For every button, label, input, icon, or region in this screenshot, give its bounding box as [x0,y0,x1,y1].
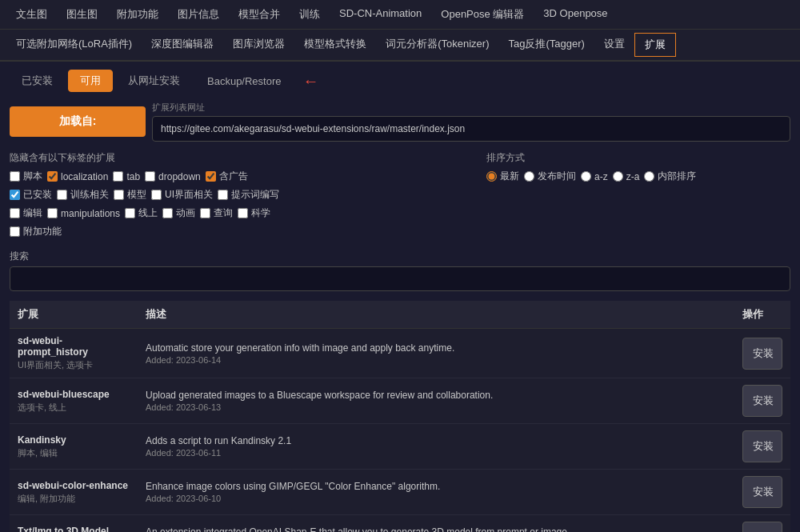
sort-internal[interactable]: 内部排序 [644,170,696,183]
nav-item-tokenizer[interactable]: 词元分析器(Tokenizer) [376,33,498,57]
nav-item-train[interactable]: 训练 [290,3,330,26]
sort-az-input[interactable] [581,171,591,182]
sort-pubdate[interactable]: 发布时间 [524,170,576,183]
tab-available[interactable]: 可用 [68,70,113,92]
cb-query-input[interactable] [200,208,210,218]
ext-name-4: Txt/Img to 3D Model [18,526,130,533]
sort-title: 排序方式 [486,151,790,165]
cb-query[interactable]: 查询 [200,206,233,220]
cb-script[interactable]: 脚本 [10,170,42,183]
ext-name-3: sd-webui-color-enhance [18,480,130,491]
cell-action-1: 安装 [734,378,790,424]
cb-script-input[interactable] [10,171,20,182]
cb-animation[interactable]: 动画 [162,206,195,220]
cb-model[interactable]: 模型 [114,188,146,202]
cb-science-input[interactable] [238,208,248,218]
nav-item-depth[interactable]: 深度图编辑器 [142,33,223,57]
sort-newest-input[interactable] [486,171,497,182]
nav-item-img2img[interactable]: 图生图 [57,3,107,26]
table-row: sd-webui-color-enhance 编辑, 附加功能 Enhance … [10,470,790,515]
url-label: 扩展列表网址 [152,102,790,114]
cb-animation-input[interactable] [162,208,173,218]
cb-tab[interactable]: tab [113,171,140,182]
cb-ads-input[interactable] [206,171,216,182]
cb-installed-input[interactable] [10,190,20,200]
cell-desc-4: An extension integrated OpenAI Shap-E th… [138,515,734,533]
nav-item-openpose[interactable]: OpenPose 编辑器 [431,3,534,26]
search-input[interactable] [10,266,790,291]
col-description: 描述 [138,301,734,329]
install-btn-3[interactable]: 安装 [742,476,782,508]
cell-desc-2: Adds a script to run Kandinsky 2.1 Added… [138,424,734,470]
nav-item-sdcn[interactable]: SD-CN-Animation [330,3,431,26]
cb-installed[interactable]: 已安装 [10,188,52,202]
nav-item-tagger[interactable]: Tag反推(Tagger) [498,33,594,57]
filter-row-4: 附加功能 [10,225,474,238]
url-input[interactable] [152,116,790,142]
col-extension: 扩展 [10,301,138,329]
nav-item-imginfo[interactable]: 图片信息 [168,3,229,26]
cb-edit-input[interactable] [10,208,20,218]
nav-item-settings[interactable]: 设置 [594,33,634,57]
cb-training[interactable]: 训练相关 [57,188,109,202]
cb-edit[interactable]: 编辑 [10,206,42,220]
install-btn-4[interactable]: 安装 [742,522,782,532]
sort-newest[interactable]: 最新 [486,170,519,183]
nav-item-text2img[interactable]: 文生图 [6,3,57,26]
main-content: 已安装 可用 从网址安装 Backup/Restore ← 加载自: 扩展列表网… [0,62,800,532]
tab-backup-restore[interactable]: Backup/Restore [195,71,294,91]
sort-pubdate-input[interactable] [524,171,534,182]
table-header-row: 扩展 描述 操作 [10,301,790,329]
nav-item-extensions[interactable]: 扩展 [634,33,676,57]
cb-manipulations[interactable]: manipulations [47,208,120,219]
filter-section: 隐藏含有以下标签的扩展 脚本 localization tab dropdown… [10,151,790,243]
nav-item-lora[interactable]: 可选附加网络(LoRA插件) [6,33,142,57]
cb-localization[interactable]: localization [47,171,108,182]
cb-ui[interactable]: UI界面相关 [151,188,213,202]
sort-internal-input[interactable] [644,171,654,182]
install-btn-0[interactable]: 安装 [742,338,782,370]
load-button[interactable]: 加载自: [10,106,146,137]
cb-localization-input[interactable] [47,171,58,182]
nav-item-gallery[interactable]: 图库浏览器 [223,33,294,57]
cb-ui-input[interactable] [151,190,162,200]
ext-added-2: Added: 2023-06-11 [146,448,726,458]
nav-item-modelmerge[interactable]: 模型合并 [229,3,290,26]
cb-online[interactable]: 线上 [125,206,158,220]
install-btn-1[interactable]: 安装 [742,385,782,417]
cell-action-3: 安装 [734,470,790,515]
cb-tab-input[interactable] [113,171,123,182]
table-row: sd-webui-bluescape 选项卡, 线上 Upload genera… [10,378,790,424]
cb-prompt[interactable]: 提示词编写 [218,188,279,202]
cb-model-input[interactable] [114,190,124,200]
cb-dropdown[interactable]: dropdown [145,171,201,182]
filter-row-2: 已安装 训练相关 模型 UI界面相关 提示词编写 [10,188,474,202]
cb-ads[interactable]: 含广告 [206,170,248,183]
tab-install-from-url[interactable]: 从网址安装 [116,70,192,92]
sort-za[interactable]: z-a [613,171,640,182]
install-btn-2[interactable]: 安装 [742,430,782,462]
sort-az[interactable]: a-z [581,171,608,182]
sort-row: 最新 发布时间 a-z z-a 内部排序 [486,170,790,183]
ext-desc-3: Enhance image colors using GIMP/GEGL "Co… [146,481,726,492]
cb-online-input[interactable] [125,208,135,218]
nav-item-3dopenpose[interactable]: 3D Openpose [534,3,617,26]
table-row: sd-webui-prompt_history UI界面相关, 选项卡 Auto… [10,329,790,378]
cb-extras-input[interactable] [10,226,20,237]
ext-desc-0: Automatic store your generation info wit… [146,342,726,354]
ext-desc-1: Upload generated images to a Bluescape w… [146,390,726,401]
col-action: 操作 [734,301,790,329]
cb-training-input[interactable] [57,190,67,200]
sort-za-input[interactable] [613,171,623,182]
cell-desc-3: Enhance image colors using GIMP/GEGL "Co… [138,470,734,515]
nav-row-1: 文生图 图生图 附加功能 图片信息 模型合并 训练 SD-CN-Animatio… [0,0,800,30]
sort-section: 排序方式 最新 发布时间 a-z z-a 内部排序 [486,151,790,243]
nav-item-modelconvert[interactable]: 模型格式转换 [294,33,376,57]
cb-manipulations-input[interactable] [47,208,58,218]
cb-science[interactable]: 科学 [238,206,270,220]
tab-installed[interactable]: 已安装 [10,70,65,92]
cb-extras[interactable]: 附加功能 [10,225,62,238]
cb-prompt-input[interactable] [218,190,228,200]
nav-item-extras[interactable]: 附加功能 [107,3,168,26]
cb-dropdown-input[interactable] [145,171,155,182]
